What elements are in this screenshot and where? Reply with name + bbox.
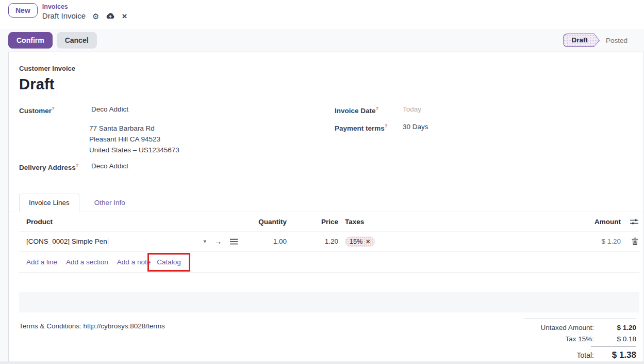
help-icon: ? xyxy=(376,105,379,111)
customer-field-row: Customer? Deco Addict xyxy=(19,105,335,115)
add-a-section-link[interactable]: Add a section xyxy=(66,258,108,266)
col-header-product[interactable]: Product xyxy=(19,218,243,226)
text-cursor xyxy=(108,238,108,246)
internal-link-icon[interactable]: → xyxy=(214,238,222,246)
add-a-note-link[interactable]: Add a note xyxy=(117,258,151,266)
new-button[interactable]: New xyxy=(8,3,38,18)
col-header-taxes[interactable]: Taxes xyxy=(338,218,564,226)
tax-row: Tax 15%: $ 0.18 xyxy=(524,335,636,343)
tax-value: $ 0.18 xyxy=(594,335,636,343)
document-type-label: Customer Invoice xyxy=(19,65,639,72)
total-separator xyxy=(591,346,636,347)
total-label: Total: xyxy=(577,351,594,359)
empty-table-row xyxy=(19,292,639,312)
statusbar: Confirm Cancel Draft Posted xyxy=(0,29,644,52)
breadcrumb: Invoices Draft Invoice ⚙ × xyxy=(42,3,127,21)
product-cell-icons: ▾ → xyxy=(203,238,243,246)
dropdown-caret-icon[interactable]: ▾ xyxy=(203,238,206,245)
status-widget: Draft Posted xyxy=(563,34,636,47)
invoice-date-label: Invoice Date? xyxy=(335,105,403,115)
customer-input[interactable]: Deco Addict xyxy=(91,105,128,115)
payment-terms-field-row: Payment terms? 30 Days xyxy=(335,123,639,132)
total-value: $ 1.38 xyxy=(594,350,636,360)
col-header-amount[interactable]: Amount xyxy=(564,218,621,226)
cancel-button[interactable]: Cancel xyxy=(57,32,97,49)
field-grid: Customer? Deco Addict 77 Santa Barbara R… xyxy=(19,105,639,179)
col-header-quantity[interactable]: Quantity xyxy=(243,218,287,226)
delivery-address-field-row: Delivery Address? Deco Addict xyxy=(19,162,335,171)
taxes-cell[interactable]: 15% × xyxy=(338,236,564,247)
price-input[interactable]: 1.20 xyxy=(287,238,338,245)
amount-value: $ 1.20 xyxy=(564,238,621,245)
page-bottom-edge xyxy=(0,361,644,364)
invoice-date-input[interactable]: Today xyxy=(403,105,421,115)
invoice-lines-table: Product Quantity Price Taxes Amount [CON… xyxy=(9,212,643,312)
page-title: Draft xyxy=(19,76,639,93)
empty-table-row xyxy=(19,273,639,292)
payment-terms-label: Payment terms? xyxy=(335,123,403,132)
annotation-highlight-box: Catalog xyxy=(147,253,190,272)
notebook-tabs: Invoice Lines Other Info xyxy=(9,193,643,212)
gear-icon[interactable]: ⚙ xyxy=(92,12,99,20)
optional-columns-icon[interactable] xyxy=(621,218,639,225)
address-line: 77 Santa Barbara Rd xyxy=(89,123,335,134)
table-header-row: Product Quantity Price Taxes Amount xyxy=(19,212,639,231)
remove-tax-icon[interactable]: × xyxy=(366,238,370,245)
delivery-address-label: Delivery Address? xyxy=(19,162,91,171)
product-cell[interactable]: [CONS_0002] Simple Pen ▾ → xyxy=(19,238,243,246)
address-line: Pleasant Hill CA 94523 xyxy=(89,134,335,145)
untaxed-amount-row: Untaxed Amount: $ 1.20 xyxy=(524,324,636,331)
terms-and-conditions[interactable]: Terms & Conditions: http://cybrosys:8028… xyxy=(19,322,165,364)
add-a-line-link[interactable]: Add a line xyxy=(26,258,57,266)
tab-invoice-lines[interactable]: Invoice Lines xyxy=(19,194,79,212)
status-posted[interactable]: Posted xyxy=(600,34,636,47)
customer-label: Customer? xyxy=(19,105,91,115)
col-header-price[interactable]: Price xyxy=(287,218,338,226)
quantity-input[interactable]: 1.00 xyxy=(243,238,287,245)
breadcrumb-current: Draft Invoice xyxy=(42,11,86,21)
tax-label: Tax 15%: xyxy=(565,335,594,343)
tab-other-info[interactable]: Other Info xyxy=(85,194,135,212)
sheet-footer: Terms & Conditions: http://cybrosys:8028… xyxy=(9,312,643,364)
payment-terms-input[interactable]: 30 Days xyxy=(403,123,428,132)
delivery-address-input[interactable]: Deco Addict xyxy=(91,162,128,171)
delete-row-button[interactable] xyxy=(621,238,639,245)
tax-tag: 15% × xyxy=(345,236,375,247)
address-line: United States – US12345673 xyxy=(89,145,335,155)
help-icon: ? xyxy=(76,162,79,168)
total-row: Total: $ 1.38 xyxy=(524,350,636,360)
table-row: [CONS_0002] Simple Pen ▾ → 1.00 1.20 15%… xyxy=(19,231,639,252)
untaxed-amount-value: $ 1.20 xyxy=(594,324,636,331)
cloud-save-icon[interactable] xyxy=(106,12,115,20)
product-input[interactable]: [CONS_0002] Simple Pen xyxy=(26,238,107,245)
tax-tag-label: 15% xyxy=(350,238,362,245)
breadcrumb-bar: New Invoices Draft Invoice ⚙ × xyxy=(0,0,644,29)
help-icon: ? xyxy=(52,105,55,111)
invoice-form-sheet: Customer Invoice Draft Customer? Deco Ad… xyxy=(8,52,644,361)
breadcrumb-invoices[interactable]: Invoices xyxy=(42,3,127,11)
menu-icon[interactable] xyxy=(230,239,238,245)
totals-block: Untaxed Amount: $ 1.20 Tax 15%: $ 0.18 T… xyxy=(524,319,636,364)
help-icon: ? xyxy=(385,123,388,129)
catalog-link[interactable]: Catalog xyxy=(157,258,181,266)
breadcrumb-current-row: Draft Invoice ⚙ × xyxy=(42,11,127,21)
confirm-button[interactable]: Confirm xyxy=(8,32,53,49)
discard-icon[interactable]: × xyxy=(122,12,127,21)
customer-address: 77 Santa Barbara Rd Pleasant Hill CA 945… xyxy=(89,123,335,155)
invoice-date-field-row: Invoice Date? Today xyxy=(335,105,639,115)
line-actions: Add a line Add a section Add a note Cata… xyxy=(19,252,639,273)
untaxed-amount-label: Untaxed Amount: xyxy=(540,324,594,331)
status-draft[interactable]: Draft xyxy=(563,34,600,47)
